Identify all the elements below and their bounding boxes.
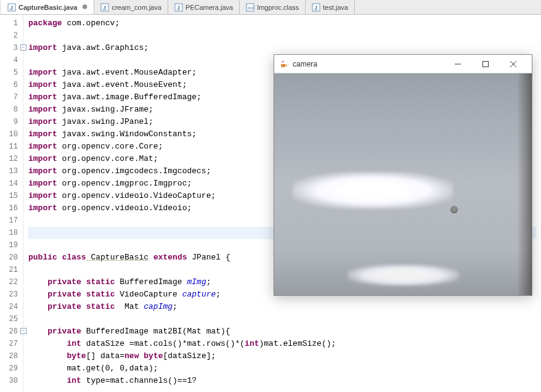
line-number: 7 [0,91,23,104]
line-number: 2 [0,30,23,42]
code-line[interactable]: private static Mat capImg; [28,301,536,313]
code-line[interactable]: private BufferedImage mat2BI(Mat mat){ [28,325,536,338]
tab-test-java[interactable]: Jtest.java [306,0,355,14]
camera-window-title: camera [293,60,444,68]
window-controls [444,55,527,73]
line-number: 29 [0,362,23,375]
fold-toggle-icon[interactable]: − [20,328,26,334]
svg-rect-11 [482,61,488,67]
line-number: 24 [0,301,23,313]
line-number: 27 [0,338,23,350]
line-number: 13 [0,165,23,178]
svg-text:J: J [314,5,317,11]
line-number: 20 [0,251,23,264]
editor-tab-bar: JCaptureBasic.java✱Jcream_com.javaJPECam… [0,0,541,15]
line-number: 14 [0,178,23,190]
code-line[interactable] [28,30,536,42]
line-number: 22 [0,276,23,288]
maximize-icon [482,61,489,67]
java-file-icon: J [312,3,320,12]
code-line[interactable]: byte[] data=new byte[dataSize]; [28,350,536,362]
tab-label: CaptureBasic.java [18,4,77,11]
line-number: 9 [0,116,23,128]
code-line[interactable]: int dataSize =mat.cols()*mat.rows()*(int… [28,338,536,350]
line-number: 16 [0,202,23,214]
line-number: 28 [0,350,23,362]
close-icon [510,61,516,67]
line-number: 5 [0,67,23,79]
code-line[interactable]: mat.get(0, 0,data); [28,362,536,375]
tab-label: test.java [323,4,348,11]
class-file-icon: 010 [246,3,254,12]
line-number: 26− [0,325,23,338]
code-line[interactable]: package com.opencv; [28,17,536,30]
tab-label: PECamera.java [185,4,233,11]
tab-pecamera-java[interactable]: JPECamera.java [168,0,240,14]
line-number: 6 [0,79,23,91]
svg-text:J: J [10,5,13,11]
line-number: 3− [0,42,23,54]
camera-titlebar[interactable]: camera [274,55,532,73]
svg-text:J: J [177,5,180,11]
line-number: 15 [0,190,23,202]
line-number: 1 [0,17,23,30]
minimize-button[interactable] [444,55,471,73]
tab-cream_com-java[interactable]: Jcream_com.java [94,0,168,14]
svg-text:J: J [103,5,106,11]
camera-window: camera [274,54,532,296]
line-number: 23 [0,288,23,301]
line-number: 12 [0,153,23,165]
code-line[interactable] [28,313,536,325]
line-number: 21 [0,264,23,276]
tab-imgproc-class[interactable]: 010Imgproc.class [240,0,306,14]
line-number: 19 [0,239,23,251]
line-number: 18 [0,227,23,239]
tab-label: cream_com.java [112,4,161,11]
java-file-icon: J [174,3,183,12]
line-number: 25 [0,313,23,325]
java-file-icon: J [7,3,16,12]
line-number: 11 [0,141,23,153]
maximize-button[interactable] [471,55,499,73]
minimize-icon [455,61,461,67]
fold-toggle-icon[interactable]: − [20,44,26,51]
line-number: 30 [0,375,23,387]
code-line[interactable]: import java.awt.Graphics; [28,42,536,54]
java-cup-icon [279,59,289,69]
tab-capturebasic-java[interactable]: JCaptureBasic.java✱ [1,0,94,14]
tab-label: Imgproc.class [257,4,299,11]
java-file-icon: J [100,3,109,12]
line-number: 4 [0,54,23,67]
line-number: 17 [0,214,23,227]
close-button[interactable] [499,55,527,73]
dirty-indicator-icon: ✱ [82,3,87,11]
svg-text:010: 010 [248,6,254,10]
code-line[interactable]: int type=mat.channels()==1? [28,375,536,387]
line-number: 8 [0,104,23,116]
line-number-gutter: 123−456789101112131415161718192021222324… [0,15,23,392]
camera-feed [274,73,532,295]
line-number: 10 [0,128,23,141]
